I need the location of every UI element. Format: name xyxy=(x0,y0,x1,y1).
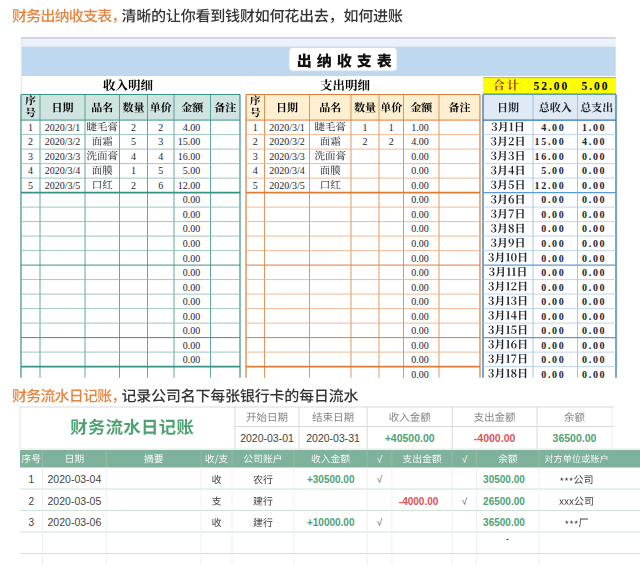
svg-text:0.00: 0.00 xyxy=(541,340,565,351)
svg-text:36500.00: 36500.00 xyxy=(553,432,597,444)
svg-text:12.00: 12.00 xyxy=(535,180,566,191)
svg-text:0.00: 0.00 xyxy=(582,238,606,249)
svg-text:0.00: 0.00 xyxy=(582,325,606,336)
svg-text:1: 1 xyxy=(389,122,394,133)
svg-text:+10000.00: +10000.00 xyxy=(307,517,355,528)
svg-text:5.00: 5.00 xyxy=(183,165,201,176)
svg-text:√: √ xyxy=(462,454,468,465)
svg-text:0.00: 0.00 xyxy=(582,282,606,293)
svg-text:0.00: 0.00 xyxy=(541,209,565,220)
svg-text:26500.00: 26500.00 xyxy=(483,496,525,507)
svg-text:0.00: 0.00 xyxy=(582,165,606,176)
svg-text:2020/3/3: 2020/3/3 xyxy=(269,151,305,162)
svg-text:3: 3 xyxy=(28,151,33,162)
svg-text:2020/3/5: 2020/3/5 xyxy=(45,180,81,191)
svg-text:2020/3/1: 2020/3/1 xyxy=(45,122,81,133)
svg-text:0.00: 0.00 xyxy=(582,253,606,264)
svg-text:0.00: 0.00 xyxy=(582,354,606,365)
svg-text:0.00: 0.00 xyxy=(183,311,201,322)
svg-text:√: √ xyxy=(377,474,383,485)
svg-text:0.00: 0.00 xyxy=(582,369,606,380)
svg-text:15.00: 15.00 xyxy=(178,136,201,147)
svg-text:5.00: 5.00 xyxy=(541,165,565,176)
svg-text:0.00: 0.00 xyxy=(582,194,606,205)
svg-text:0.00: 0.00 xyxy=(411,296,429,307)
svg-text:0.00: 0.00 xyxy=(411,209,429,220)
svg-text:0.00: 0.00 xyxy=(541,267,565,278)
svg-text:0.00: 0.00 xyxy=(411,369,429,380)
svg-text:0.00: 0.00 xyxy=(541,325,565,336)
svg-text:√: √ xyxy=(377,517,383,528)
svg-text:4.00: 4.00 xyxy=(411,136,429,147)
svg-text:+30500.00: +30500.00 xyxy=(307,474,355,485)
svg-text:√: √ xyxy=(462,496,468,507)
svg-text:1.00: 1.00 xyxy=(411,122,429,133)
svg-text:0.00: 0.00 xyxy=(411,282,429,293)
svg-text:4.00: 4.00 xyxy=(582,136,606,147)
svg-text:2020/3/5: 2020/3/5 xyxy=(269,180,305,191)
svg-text:0.00: 0.00 xyxy=(541,223,565,234)
svg-text:2: 2 xyxy=(253,136,258,147)
svg-text:16.00: 16.00 xyxy=(535,151,566,162)
svg-text:0.00: 0.00 xyxy=(411,165,429,176)
svg-text:0.00: 0.00 xyxy=(411,253,429,264)
svg-text:3: 3 xyxy=(158,136,163,147)
svg-text:2: 2 xyxy=(363,136,368,147)
svg-text:4.00: 4.00 xyxy=(183,122,201,133)
svg-text:6: 6 xyxy=(158,180,163,191)
svg-text:0.00: 0.00 xyxy=(411,311,429,322)
svg-text:4.00: 4.00 xyxy=(541,122,565,133)
svg-text:4: 4 xyxy=(253,165,258,176)
svg-text:0.00: 0.00 xyxy=(411,238,429,249)
svg-text:2020-03-05: 2020-03-05 xyxy=(48,495,102,507)
svg-text:2: 2 xyxy=(28,136,33,147)
svg-text:2020-03-31: 2020-03-31 xyxy=(306,432,360,444)
svg-text:2020/3/3: 2020/3/3 xyxy=(45,151,81,162)
svg-text:-4000.00: -4000.00 xyxy=(474,432,516,444)
svg-text:2: 2 xyxy=(28,496,34,507)
svg-text:0.00: 0.00 xyxy=(183,354,201,365)
svg-text:2: 2 xyxy=(158,122,163,133)
svg-text:0.00: 0.00 xyxy=(183,223,201,234)
svg-text:4: 4 xyxy=(131,151,136,162)
svg-text:0.00: 0.00 xyxy=(411,223,429,234)
svg-text:1: 1 xyxy=(28,122,33,133)
svg-text:0.00: 0.00 xyxy=(183,296,201,307)
svg-text:+40500.00: +40500.00 xyxy=(385,432,435,444)
svg-text:2: 2 xyxy=(131,122,136,133)
svg-text:0.00: 0.00 xyxy=(582,209,606,220)
svg-text:0.00: 0.00 xyxy=(183,267,201,278)
svg-text:0.00: 0.00 xyxy=(411,194,429,205)
svg-text:0.00: 0.00 xyxy=(541,354,565,365)
svg-text:0.00: 0.00 xyxy=(411,340,429,351)
svg-text:5: 5 xyxy=(158,165,163,176)
svg-text:5: 5 xyxy=(28,180,33,191)
svg-text:0.00: 0.00 xyxy=(582,151,606,162)
svg-text:0.00: 0.00 xyxy=(541,194,565,205)
svg-text:2: 2 xyxy=(389,136,394,147)
svg-text:5: 5 xyxy=(131,136,136,147)
svg-text:0.00: 0.00 xyxy=(541,311,565,322)
svg-text:1: 1 xyxy=(28,474,34,485)
svg-text:5.00: 5.00 xyxy=(581,80,609,92)
svg-text:12.00: 12.00 xyxy=(178,180,201,191)
svg-text:2020-03-06: 2020-03-06 xyxy=(48,516,102,528)
svg-text:2020/3/4: 2020/3/4 xyxy=(269,165,305,176)
svg-text:0.00: 0.00 xyxy=(582,180,606,191)
svg-text:30500.00: 30500.00 xyxy=(483,474,525,485)
svg-text:0.00: 0.00 xyxy=(183,282,201,293)
svg-text:52.00: 52.00 xyxy=(533,80,569,92)
svg-text:15.00: 15.00 xyxy=(535,136,566,147)
svg-text:5: 5 xyxy=(253,180,258,191)
svg-text:0.00: 0.00 xyxy=(183,325,201,336)
svg-text:-: - xyxy=(506,533,509,544)
svg-text:16.00: 16.00 xyxy=(178,151,201,162)
svg-text:0.00: 0.00 xyxy=(411,325,429,336)
svg-text:2020/3/4: 2020/3/4 xyxy=(45,165,81,176)
svg-text:0.00: 0.00 xyxy=(411,180,429,191)
svg-text:0.00: 0.00 xyxy=(541,296,565,307)
svg-text:3: 3 xyxy=(253,151,258,162)
svg-text:0.00: 0.00 xyxy=(183,209,201,220)
svg-text:4: 4 xyxy=(28,165,33,176)
svg-text:1: 1 xyxy=(363,122,368,133)
